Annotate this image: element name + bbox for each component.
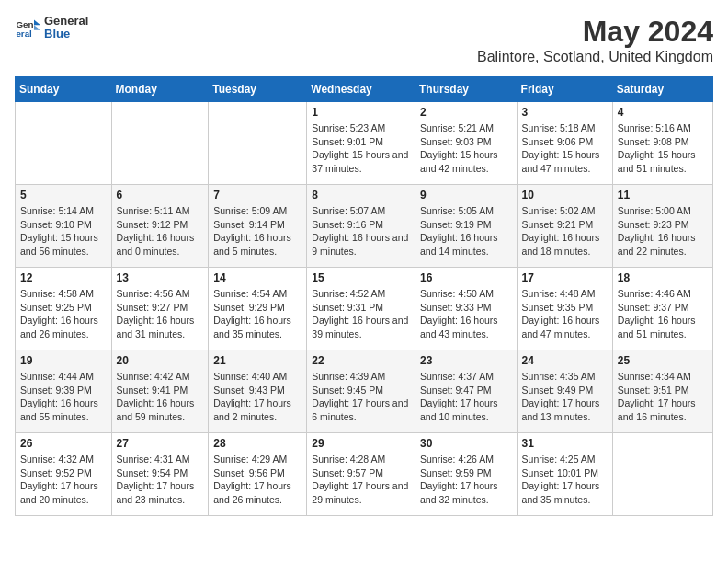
weekday-header-saturday: Saturday: [612, 77, 712, 102]
calendar-cell: 3Sunrise: 5:18 AM Sunset: 9:06 PM Daylig…: [517, 102, 612, 185]
calendar-cell: 17Sunrise: 4:48 AM Sunset: 9:35 PM Dayli…: [517, 268, 612, 350]
day-number: 2: [420, 106, 512, 119]
day-info: Sunrise: 5:21 AM Sunset: 9:03 PM Dayligh…: [420, 121, 512, 176]
calendar-cell: [111, 102, 209, 185]
calendar-cell: 18Sunrise: 4:46 AM Sunset: 9:37 PM Dayli…: [612, 268, 712, 350]
day-number: 12: [20, 271, 107, 284]
day-number: 20: [117, 354, 204, 367]
weekday-header-row: SundayMondayTuesdayWednesdayThursdayFrid…: [16, 77, 713, 102]
day-number: 25: [618, 354, 708, 367]
svg-marker-3: [34, 25, 40, 30]
day-info: Sunrise: 4:29 AM Sunset: 9:56 PM Dayligh…: [213, 453, 301, 507]
svg-marker-2: [34, 20, 40, 26]
calendar-cell: 6Sunrise: 5:11 AM Sunset: 9:12 PM Daylig…: [111, 185, 209, 268]
calendar-cell: 7Sunrise: 5:09 AM Sunset: 9:14 PM Daylig…: [209, 185, 307, 268]
day-number: 14: [213, 271, 301, 284]
day-number: 3: [522, 106, 608, 119]
day-number: 7: [213, 189, 301, 201]
calendar-cell: 4Sunrise: 5:16 AM Sunset: 9:08 PM Daylig…: [612, 102, 712, 185]
day-number: 21: [213, 354, 301, 367]
week-row-5: 26Sunrise: 4:32 AM Sunset: 9:52 PM Dayli…: [16, 433, 713, 516]
weekday-header-monday: Monday: [111, 77, 209, 102]
page-subtitle: Balintore, Scotland, United Kingdom: [477, 49, 713, 65]
day-info: Sunrise: 4:58 AM Sunset: 9:25 PM Dayligh…: [20, 287, 107, 341]
day-info: Sunrise: 4:50 AM Sunset: 9:33 PM Dayligh…: [420, 287, 512, 341]
logo-general-text: General: [44, 15, 88, 28]
day-info: Sunrise: 5:18 AM Sunset: 9:06 PM Dayligh…: [522, 121, 608, 176]
day-number: 26: [20, 437, 107, 450]
calendar-table: SundayMondayTuesdayWednesdayThursdayFrid…: [15, 76, 713, 516]
calendar-cell: 22Sunrise: 4:39 AM Sunset: 9:45 PM Dayli…: [307, 350, 415, 433]
day-number: 29: [312, 437, 410, 450]
day-number: 11: [618, 189, 708, 201]
day-info: Sunrise: 5:05 AM Sunset: 9:19 PM Dayligh…: [420, 204, 512, 259]
calendar-cell: 14Sunrise: 4:54 AM Sunset: 9:29 PM Dayli…: [209, 268, 307, 350]
calendar-cell: 8Sunrise: 5:07 AM Sunset: 9:16 PM Daylig…: [307, 185, 415, 268]
day-info: Sunrise: 5:00 AM Sunset: 9:23 PM Dayligh…: [618, 204, 708, 259]
calendar-cell: 13Sunrise: 4:56 AM Sunset: 9:27 PM Dayli…: [111, 268, 209, 350]
day-info: Sunrise: 4:31 AM Sunset: 9:54 PM Dayligh…: [117, 453, 204, 507]
calendar-cell: 1Sunrise: 5:23 AM Sunset: 9:01 PM Daylig…: [307, 102, 415, 185]
calendar-cell: 27Sunrise: 4:31 AM Sunset: 9:54 PM Dayli…: [111, 433, 209, 516]
day-number: 10: [522, 189, 608, 201]
day-info: Sunrise: 4:48 AM Sunset: 9:35 PM Dayligh…: [522, 287, 608, 341]
day-number: 15: [312, 271, 410, 284]
calendar-cell: 11Sunrise: 5:00 AM Sunset: 9:23 PM Dayli…: [612, 185, 712, 268]
day-number: 6: [117, 189, 204, 201]
day-info: Sunrise: 4:37 AM Sunset: 9:47 PM Dayligh…: [420, 370, 512, 424]
svg-text:eral: eral: [16, 29, 32, 39]
calendar-cell: 24Sunrise: 4:35 AM Sunset: 9:49 PM Dayli…: [517, 350, 612, 433]
day-number: 19: [20, 354, 107, 367]
logo-icon: Gen eral: [15, 15, 40, 40]
day-number: 1: [312, 106, 410, 119]
weekday-header-tuesday: Tuesday: [209, 77, 307, 102]
calendar-cell: 16Sunrise: 4:50 AM Sunset: 9:33 PM Dayli…: [415, 268, 517, 350]
day-number: 9: [420, 189, 512, 201]
day-number: 31: [522, 437, 608, 450]
calendar-cell: 30Sunrise: 4:26 AM Sunset: 9:59 PM Dayli…: [415, 433, 517, 516]
day-info: Sunrise: 4:34 AM Sunset: 9:51 PM Dayligh…: [618, 370, 708, 424]
day-info: Sunrise: 4:35 AM Sunset: 9:49 PM Dayligh…: [522, 370, 608, 424]
day-number: 18: [618, 271, 708, 284]
logo-blue-text: Blue: [44, 28, 88, 40]
calendar-cell: 9Sunrise: 5:05 AM Sunset: 9:19 PM Daylig…: [415, 185, 517, 268]
page-title: May 2024: [477, 15, 713, 49]
weekday-header-friday: Friday: [517, 77, 612, 102]
title-area: May 2024 Balintore, Scotland, United Kin…: [477, 15, 713, 65]
day-info: Sunrise: 4:46 AM Sunset: 9:37 PM Dayligh…: [618, 287, 708, 341]
calendar-cell: 31Sunrise: 4:25 AM Sunset: 10:01 PM Dayl…: [517, 433, 612, 516]
weekday-header-wednesday: Wednesday: [307, 77, 415, 102]
calendar-cell: 20Sunrise: 4:42 AM Sunset: 9:41 PM Dayli…: [111, 350, 209, 433]
day-number: 8: [312, 189, 410, 201]
day-info: Sunrise: 4:40 AM Sunset: 9:43 PM Dayligh…: [213, 370, 301, 424]
day-info: Sunrise: 4:44 AM Sunset: 9:39 PM Dayligh…: [20, 370, 107, 424]
day-number: 5: [20, 189, 107, 201]
week-row-1: 1Sunrise: 5:23 AM Sunset: 9:01 PM Daylig…: [16, 102, 713, 185]
day-number: 27: [117, 437, 204, 450]
day-number: 22: [312, 354, 410, 367]
day-info: Sunrise: 5:09 AM Sunset: 9:14 PM Dayligh…: [213, 204, 301, 259]
day-info: Sunrise: 4:39 AM Sunset: 9:45 PM Dayligh…: [312, 370, 410, 424]
day-info: Sunrise: 4:42 AM Sunset: 9:41 PM Dayligh…: [117, 370, 204, 424]
weekday-header-sunday: Sunday: [16, 77, 112, 102]
day-info: Sunrise: 4:54 AM Sunset: 9:29 PM Dayligh…: [213, 287, 301, 341]
day-info: Sunrise: 5:14 AM Sunset: 9:10 PM Dayligh…: [20, 204, 107, 259]
calendar-cell: 28Sunrise: 4:29 AM Sunset: 9:56 PM Dayli…: [209, 433, 307, 516]
calendar-cell: 10Sunrise: 5:02 AM Sunset: 9:21 PM Dayli…: [517, 185, 612, 268]
day-info: Sunrise: 5:02 AM Sunset: 9:21 PM Dayligh…: [522, 204, 608, 259]
calendar-cell: [612, 433, 712, 516]
calendar-cell: 19Sunrise: 4:44 AM Sunset: 9:39 PM Dayli…: [16, 350, 112, 433]
day-number: 16: [420, 271, 512, 284]
calendar-cell: 25Sunrise: 4:34 AM Sunset: 9:51 PM Dayli…: [612, 350, 712, 433]
day-info: Sunrise: 4:52 AM Sunset: 9:31 PM Dayligh…: [312, 287, 410, 341]
week-row-3: 12Sunrise: 4:58 AM Sunset: 9:25 PM Dayli…: [16, 268, 713, 350]
calendar-cell: [16, 102, 112, 185]
day-number: 4: [618, 106, 708, 119]
day-number: 24: [522, 354, 608, 367]
day-info: Sunrise: 4:56 AM Sunset: 9:27 PM Dayligh…: [117, 287, 204, 341]
week-row-2: 5Sunrise: 5:14 AM Sunset: 9:10 PM Daylig…: [16, 185, 713, 268]
day-info: Sunrise: 4:26 AM Sunset: 9:59 PM Dayligh…: [420, 453, 512, 507]
day-info: Sunrise: 4:25 AM Sunset: 10:01 PM Daylig…: [522, 453, 608, 507]
day-info: Sunrise: 4:28 AM Sunset: 9:57 PM Dayligh…: [312, 453, 410, 507]
day-number: 13: [117, 271, 204, 284]
